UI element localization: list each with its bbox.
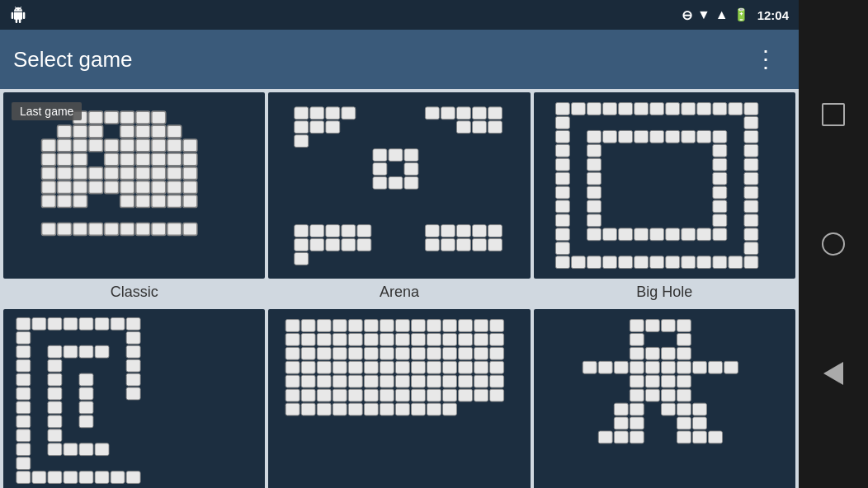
more-menu-button[interactable]: ⋮: [748, 49, 785, 70]
figure-grid-svg: [534, 309, 795, 488]
svg-rect-106: [295, 253, 309, 265]
svg-rect-233: [48, 401, 62, 414]
svg-rect-115: [473, 239, 487, 251]
svg-rect-119: [571, 103, 585, 115]
svg-rect-180: [713, 158, 727, 171]
svg-rect-313: [474, 375, 488, 387]
svg-rect-126: [681, 103, 695, 115]
svg-rect-174: [587, 158, 601, 171]
svg-rect-62: [58, 223, 72, 236]
grid-pattern-svg: [268, 309, 530, 488]
svg-rect-242: [79, 401, 93, 414]
svg-rect-69: [167, 223, 182, 236]
svg-rect-12: [152, 125, 166, 138]
svg-rect-222: [79, 472, 93, 484]
circle-icon: [822, 232, 845, 256]
svg-rect-343: [661, 320, 675, 332]
svg-rect-74: [326, 107, 340, 120]
game-thumbnail-spiral: [3, 309, 265, 488]
svg-rect-317: [318, 389, 332, 401]
svg-rect-61: [42, 223, 56, 236]
svg-rect-255: [443, 320, 457, 332]
svg-rect-141: [744, 117, 758, 129]
svg-rect-321: [380, 389, 394, 401]
game-card-grid[interactable]: [268, 309, 530, 488]
svg-rect-38: [120, 167, 134, 180]
svg-rect-139: [555, 228, 569, 241]
svg-rect-125: [665, 103, 679, 115]
svg-rect-107: [426, 225, 440, 237]
svg-rect-263: [349, 334, 363, 346]
svg-rect-351: [583, 361, 597, 373]
svg-rect-360: [724, 361, 738, 373]
game-thumbnail-figure: [534, 309, 795, 488]
game-card-classic[interactable]: Last game: [3, 92, 265, 306]
svg-rect-324: [427, 389, 441, 401]
svg-rect-64: [89, 223, 103, 236]
svg-rect-336: [396, 403, 410, 415]
svg-rect-93: [373, 176, 387, 189]
svg-rect-207: [17, 387, 31, 400]
game-thumbnail-classic: Last game: [3, 92, 265, 279]
svg-rect-152: [571, 256, 585, 269]
svg-rect-376: [677, 417, 691, 429]
svg-rect-23: [183, 139, 197, 152]
svg-rect-289: [318, 361, 332, 373]
svg-rect-137: [555, 200, 569, 213]
game-card-arena[interactable]: Arena: [268, 92, 530, 306]
svg-rect-54: [58, 195, 72, 208]
last-game-badge: Last game: [12, 102, 82, 120]
svg-rect-278: [365, 348, 379, 360]
svg-rect-163: [744, 256, 758, 269]
back-button[interactable]: [815, 355, 851, 392]
svg-rect-17: [89, 139, 103, 152]
svg-rect-30: [152, 153, 166, 166]
svg-rect-361: [630, 375, 644, 387]
svg-rect-19: [120, 139, 134, 152]
svg-rect-347: [630, 348, 644, 360]
svg-rect-83: [473, 107, 487, 120]
game-card-spiral[interactable]: [3, 309, 265, 488]
svg-rect-381: [677, 431, 691, 443]
svg-rect-354: [630, 361, 644, 373]
svg-rect-133: [555, 144, 569, 157]
svg-rect-192: [696, 228, 710, 241]
svg-rect-40: [152, 167, 166, 180]
svg-rect-382: [692, 431, 706, 443]
svg-rect-135: [555, 172, 569, 185]
svg-rect-243: [79, 415, 93, 428]
svg-rect-232: [48, 387, 62, 400]
svg-rect-330: [302, 403, 316, 415]
svg-rect-319: [349, 389, 363, 401]
svg-rect-300: [490, 361, 504, 373]
svg-rect-11: [136, 125, 150, 138]
svg-rect-147: [744, 200, 758, 213]
svg-rect-205: [17, 359, 31, 372]
svg-rect-14: [42, 139, 56, 152]
game-card-bighole[interactable]: Big Hole: [534, 92, 795, 306]
svg-rect-173: [587, 144, 601, 157]
status-bar-right: ⊖ ▼ ▲ 🔋 12:04: [682, 7, 789, 23]
recent-apps-button[interactable]: [815, 96, 851, 133]
svg-rect-161: [713, 256, 727, 269]
svg-rect-182: [713, 186, 727, 199]
svg-rect-72: [295, 107, 309, 120]
svg-rect-86: [473, 121, 487, 134]
svg-rect-219: [32, 472, 46, 484]
svg-rect-154: [602, 256, 616, 269]
game-card-figure[interactable]: [534, 309, 795, 488]
svg-rect-187: [618, 228, 632, 241]
phone-area: ⊖ ▼ ▲ 🔋 12:04 Select game ⋮ Last game: [0, 0, 799, 488]
svg-rect-252: [396, 320, 410, 332]
svg-rect-22: [167, 139, 182, 152]
svg-rect-247: [318, 320, 332, 332]
android-icon: [10, 7, 26, 23]
svg-rect-140: [555, 242, 569, 255]
svg-rect-171: [696, 130, 710, 143]
svg-rect-352: [598, 361, 612, 373]
home-button[interactable]: [815, 226, 851, 262]
svg-rect-120: [587, 103, 601, 115]
svg-rect-273: [285, 348, 300, 360]
svg-rect-8: [73, 125, 87, 138]
spiral-grid-svg: [3, 309, 265, 488]
